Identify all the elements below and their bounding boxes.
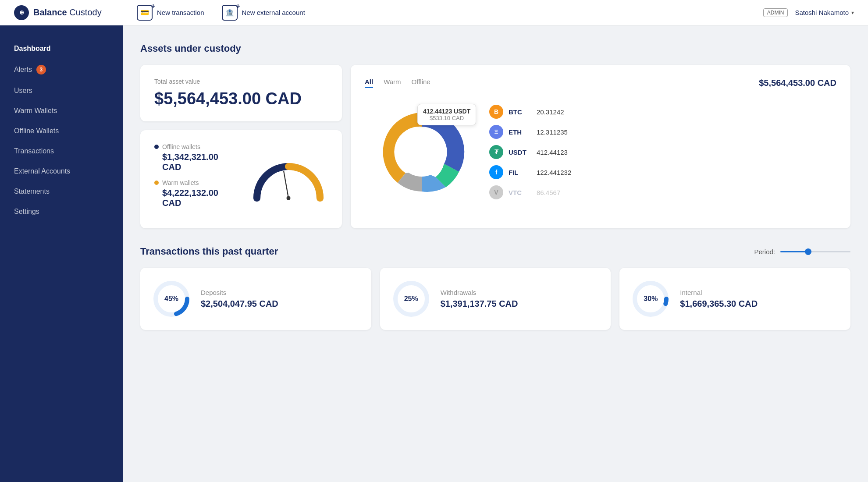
usdt-symbol: USDT	[509, 149, 531, 156]
tab-warm[interactable]: Warm	[384, 78, 401, 88]
vtc-icon: V	[489, 185, 503, 199]
sidebar-item-dashboard[interactable]: Dashboard	[0, 39, 123, 59]
eth-symbol: ETH	[509, 128, 531, 136]
donut-total-value: $5,564,453.00 CAD	[759, 78, 836, 88]
sidebar-item-transactions[interactable]: Transactions	[0, 141, 123, 161]
svg-line-0	[284, 171, 288, 198]
deposits-donut: 45%	[153, 280, 190, 318]
donut-body: 412.44123 USDT $533.10 CAD	[365, 95, 836, 209]
sidebar-item-warm-wallets[interactable]: Warm Wallets	[0, 101, 123, 121]
transactions-header: Transactions this past quarter Period:	[140, 246, 850, 257]
sidebar-item-external-accounts[interactable]: External Accounts	[0, 161, 123, 181]
sidebar-item-alerts[interactable]: Alerts 3	[0, 59, 123, 81]
offline-wallets-label: Offline wallets	[162, 143, 200, 150]
new-external-icon: 🏦 +	[222, 5, 238, 21]
offline-wallets-row: Offline wallets $1,342,321.00 CAD	[154, 143, 238, 172]
total-asset-label: Total asset value	[154, 78, 328, 85]
internal-label: Internal	[680, 289, 758, 296]
tx-cards-row: 45% Deposits $2,504,047.95 CAD 25% W	[140, 268, 850, 330]
coin-row-usdt: ₮ USDT 412.44123	[489, 145, 836, 159]
svg-point-1	[287, 196, 291, 200]
logo-icon: ⊕	[14, 5, 29, 20]
withdrawals-card: 25% Withdrawals $1,391,137.75 CAD	[380, 268, 611, 330]
app-logo: ⊕ Balance Custody	[14, 5, 137, 20]
warm-dot	[154, 181, 159, 185]
fil-amount: 122.441232	[537, 169, 571, 176]
warm-wallets-value: $4,222,132.00 CAD	[154, 188, 238, 208]
btc-symbol: BTC	[509, 108, 531, 116]
eth-amount: 12.311235	[537, 128, 568, 136]
topnav-right: ADMIN Satoshi Nakamoto ▾	[763, 8, 854, 17]
period-label: Period:	[754, 248, 775, 255]
gauge-card: Offline wallets $1,342,321.00 CAD Warm w…	[140, 130, 342, 228]
vtc-symbol: VTC	[509, 189, 531, 196]
user-menu[interactable]: Satoshi Nakamoto ▾	[795, 9, 854, 16]
donut-card: All Warm Offline $5,564,453.00 CAD 412.4…	[351, 65, 850, 228]
eth-icon: Ξ	[489, 125, 503, 139]
btc-icon: B	[489, 105, 503, 119]
internal-card: 30% Internal $1,669,365.30 CAD	[619, 268, 850, 330]
withdrawals-label: Withdrawals	[441, 289, 518, 296]
internal-pct: 30%	[644, 295, 658, 303]
usdt-amount: 412.44123	[537, 149, 568, 156]
sidebar-item-settings[interactable]: Settings	[0, 202, 123, 222]
internal-donut: 30%	[632, 280, 669, 318]
slider-thumb[interactable]	[805, 248, 811, 255]
vtc-amount: 86.4567	[537, 189, 560, 196]
sidebar: Dashboard Alerts 3 Users Warm Wallets Of…	[0, 25, 123, 482]
donut-chart: 412.44123 USDT $533.10 CAD	[365, 95, 479, 209]
gauge-chart	[249, 154, 328, 204]
deposits-info: Deposits $2,504,047.95 CAD	[201, 289, 278, 309]
coin-row-eth: Ξ ETH 12.311235	[489, 125, 836, 139]
period-control: Period:	[754, 248, 850, 255]
tab-offline[interactable]: Offline	[412, 78, 430, 88]
sidebar-item-statements[interactable]: Statements	[0, 181, 123, 202]
new-external-account-button[interactable]: 🏦 + New external account	[222, 5, 305, 21]
withdrawals-amount: $1,391,137.75 CAD	[441, 299, 518, 309]
svg-point-2	[397, 128, 446, 177]
coin-row-vtc: V VTC 86.4567	[489, 185, 836, 199]
coin-row-btc: B BTC 20.31242	[489, 105, 836, 119]
main-content: Assets under custody Total asset value $…	[123, 25, 868, 482]
logo-light: Custody	[69, 7, 101, 17]
internal-amount: $1,669,365.30 CAD	[680, 299, 758, 309]
tab-all[interactable]: All	[365, 78, 373, 88]
transactions-title: Transactions this past quarter	[140, 246, 278, 257]
btc-amount: 20.31242	[537, 108, 564, 116]
sidebar-item-users[interactable]: Users	[0, 81, 123, 101]
offline-dot	[154, 145, 159, 149]
topnav-actions: 💳 + New transaction 🏦 + New external acc…	[137, 5, 763, 21]
new-transaction-icon: 💳 +	[137, 5, 153, 21]
chevron-down-icon: ▾	[851, 10, 854, 16]
deposits-amount: $2,504,047.95 CAD	[201, 299, 278, 309]
total-asset-card: Total asset value $5,564,453.00 CAD	[140, 65, 342, 121]
logo-bold: Balance	[33, 7, 67, 17]
withdrawals-info: Withdrawals $1,391,137.75 CAD	[441, 289, 518, 309]
deposits-label: Deposits	[201, 289, 278, 296]
withdrawals-donut: 25%	[392, 280, 430, 318]
donut-tabs: All Warm Offline	[365, 78, 430, 88]
topnav: ⊕ Balance Custody 💳 + New transaction 🏦 …	[0, 0, 868, 25]
deposits-card: 45% Deposits $2,504,047.95 CAD	[140, 268, 371, 330]
period-slider[interactable]	[780, 251, 850, 252]
assets-title: Assets under custody	[140, 43, 850, 54]
fil-symbol: FIL	[509, 169, 531, 176]
coin-row-fil: f FIL 122.441232	[489, 165, 836, 179]
internal-info: Internal $1,669,365.30 CAD	[680, 289, 758, 309]
donut-header: All Warm Offline $5,564,453.00 CAD	[365, 78, 836, 88]
withdrawals-pct: 25%	[404, 295, 418, 303]
slider-fill	[780, 251, 807, 252]
fil-icon: f	[489, 165, 503, 179]
admin-badge: ADMIN	[763, 8, 788, 17]
alerts-badge: 3	[36, 65, 46, 74]
layout: Dashboard Alerts 3 Users Warm Wallets Of…	[0, 25, 868, 482]
coin-list: B BTC 20.31242 Ξ ETH 12.311235 ₮ USDT	[489, 105, 836, 199]
offline-wallets-value: $1,342,321.00 CAD	[154, 152, 238, 172]
new-transaction-button[interactable]: 💳 + New transaction	[137, 5, 204, 21]
gauge-info: Offline wallets $1,342,321.00 CAD Warm w…	[154, 143, 238, 215]
sidebar-item-offline-wallets[interactable]: Offline Wallets	[0, 121, 123, 141]
assets-cards-row: Total asset value $5,564,453.00 CAD Offl…	[140, 65, 850, 228]
usdt-icon: ₮	[489, 145, 503, 159]
warm-wallets-row: Warm wallets $4,222,132.00 CAD	[154, 179, 238, 208]
warm-wallets-label: Warm wallets	[162, 179, 199, 186]
